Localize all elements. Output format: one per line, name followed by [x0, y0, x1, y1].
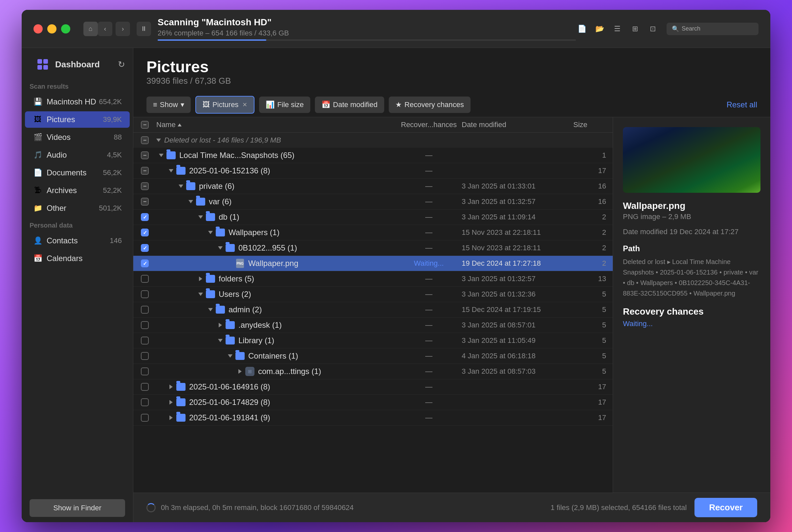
- home-button[interactable]: ⌂: [83, 22, 98, 36]
- pictures-filter-label: Pictures: [212, 100, 238, 109]
- table-row[interactable]: 2025-01-06-164916 (8) — 17: [133, 379, 613, 395]
- date-modified-filter-button[interactable]: 📅 Date modified: [315, 97, 384, 113]
- search-box[interactable]: 🔍 Search: [667, 23, 758, 35]
- header-check[interactable]: [133, 121, 156, 129]
- pictures-filter-close[interactable]: ✕: [242, 101, 247, 108]
- list-view-icon[interactable]: ☰: [612, 23, 623, 35]
- row-checkbox-6[interactable]: [133, 244, 156, 252]
- table-row[interactable]: Local Time Mac...Snapshots (65) — 1: [133, 148, 613, 163]
- recover-button[interactable]: Recover: [694, 498, 757, 517]
- row-checkbox-1[interactable]: [133, 167, 156, 175]
- sidebar-item-documents[interactable]: 📄 Documents 56,2K: [25, 165, 130, 181]
- row-checkbox-3[interactable]: [133, 198, 156, 206]
- expand-icon-10[interactable]: [206, 308, 215, 311]
- group-select-checkbox[interactable]: [141, 136, 149, 144]
- expand-icon-15[interactable]: [166, 384, 176, 389]
- table-row[interactable]: .anydesk (1) — 3 Jan 2025 at 08:57:01 5: [133, 318, 613, 333]
- expand-icon-12[interactable]: [215, 339, 225, 342]
- row-size-15: 17: [573, 383, 613, 391]
- row-checkbox-0[interactable]: [133, 151, 156, 159]
- search-input[interactable]: Search: [682, 25, 700, 32]
- sidebar-item-archives[interactable]: 🗜 Archives 52,2K: [25, 182, 130, 199]
- row-checkbox-7[interactable]: [133, 260, 156, 267]
- table-row[interactable]: 0B1022...955 (1) — 15 Nov 2023 at 22:18:…: [133, 241, 613, 256]
- show-filter-button[interactable]: ≡ Show ▾: [147, 97, 191, 113]
- folder-icon-btn[interactable]: 📂: [594, 23, 605, 35]
- table-row[interactable]: 2025-01-06-174829 (8) — 17: [133, 395, 613, 410]
- grid-view-icon[interactable]: ⊞: [629, 23, 641, 35]
- recovery-chances-filter-button[interactable]: ★ Recovery chances: [389, 97, 470, 113]
- row-checkbox-13[interactable]: [133, 352, 156, 360]
- expand-icon-17[interactable]: [166, 415, 176, 420]
- row-checkbox-11[interactable]: [133, 321, 156, 329]
- row-date-10: 15 Dec 2024 at 17:19:15: [462, 305, 573, 314]
- expand-icon-4[interactable]: [196, 215, 206, 219]
- row-checkbox-9[interactable]: [133, 290, 156, 298]
- file-size-filter-button[interactable]: 📊 File size: [259, 97, 310, 113]
- expand-icon-3[interactable]: [186, 200, 196, 203]
- expand-icon-2[interactable]: [176, 185, 186, 188]
- expand-icon-1[interactable]: [166, 169, 176, 172]
- row-checkbox-15[interactable]: [133, 383, 156, 391]
- row-name-5: Wallpapers (1): [229, 228, 396, 237]
- row-checkbox-8[interactable]: [133, 275, 156, 283]
- expand-icon-11[interactable]: [215, 323, 225, 327]
- expand-icon-9[interactable]: [196, 292, 206, 296]
- table-row[interactable]: 2025-01-06-191841 (9) — 17: [133, 410, 613, 425]
- table-row[interactable]: db (1) — 3 Jan 2025 at 11:09:14 2: [133, 210, 613, 225]
- column-name[interactable]: Name: [156, 120, 396, 129]
- row-checkbox-14[interactable]: [133, 367, 156, 375]
- table-row[interactable]: Library (1) — 3 Jan 2025 at 11:05:49 5: [133, 333, 613, 348]
- row-checkbox-16[interactable]: [133, 398, 156, 406]
- table-row[interactable]: folders (5) — 3 Jan 2025 at 01:32:57 13: [133, 271, 613, 287]
- forward-button[interactable]: ›: [116, 22, 130, 36]
- expand-icon-0[interactable]: [156, 154, 166, 157]
- table-row[interactable]: admin (2) — 15 Dec 2024 at 17:19:15 5: [133, 302, 613, 318]
- row-name-9: Users (2): [219, 290, 396, 299]
- expand-icon-14[interactable]: [235, 369, 245, 374]
- row-size-6: 2: [573, 244, 613, 252]
- minimize-button[interactable]: [47, 24, 57, 34]
- split-view-icon[interactable]: ⊡: [647, 23, 659, 35]
- detail-panel: Wallpaper.png PNG image – 2,9 MB Date mo…: [613, 117, 770, 493]
- table-row[interactable]: Users (2) — 3 Jan 2025 at 01:32:36 5: [133, 287, 613, 302]
- pictures-filter-button[interactable]: 🖼 Pictures ✕: [195, 96, 254, 114]
- select-all-checkbox[interactable]: [141, 121, 149, 129]
- back-button[interactable]: ‹: [98, 22, 112, 36]
- row-checkbox-2[interactable]: [133, 182, 156, 190]
- fullscreen-button[interactable]: [61, 24, 70, 34]
- expand-icon-6[interactable]: [215, 246, 225, 250]
- table-row[interactable]: 2025-01-06-152136 (8) — 17: [133, 163, 613, 179]
- new-file-icon[interactable]: 📄: [576, 23, 588, 35]
- expand-icon-13[interactable]: [225, 354, 235, 358]
- sidebar-item-videos[interactable]: 🎬 Videos 88: [25, 129, 130, 146]
- expand-icon-8[interactable]: [196, 277, 206, 281]
- table-row[interactable]: Containers (1) — 4 Jan 2025 at 06:18:18 …: [133, 348, 613, 364]
- table-row[interactable]: var (6) — 3 Jan 2025 at 01:32:57 16: [133, 194, 613, 210]
- sidebar-item-calendars[interactable]: 📅 Calendars: [25, 250, 130, 267]
- row-checkbox-4[interactable]: [133, 213, 156, 221]
- show-in-finder-button[interactable]: Show in Finder: [30, 499, 125, 517]
- sidebar-item-contacts[interactable]: 👤 Contacts 146: [25, 232, 130, 249]
- group-expand-icon[interactable]: [156, 138, 161, 142]
- sidebar-item-other[interactable]: 📁 Other 501,2K: [25, 200, 130, 216]
- sidebar-item-macintosh-hd[interactable]: 💾 Macintosh HD 654,2K: [25, 94, 130, 110]
- sidebar-item-audio[interactable]: 🎵 Audio 4,5K: [25, 147, 130, 163]
- close-button[interactable]: [34, 24, 43, 34]
- table-row[interactable]: private (6) — 3 Jan 2025 at 01:33:01 16: [133, 179, 613, 194]
- row-checkbox-12[interactable]: [133, 337, 156, 344]
- row-checkbox-5[interactable]: [133, 229, 156, 236]
- table-row[interactable]: PNG Wallpaper.png Waiting... 19 Dec 2024…: [133, 256, 613, 271]
- file-tree[interactable]: Name Recover...hances Date modified Size: [133, 117, 613, 493]
- reset-all-button[interactable]: Reset all: [727, 100, 757, 109]
- pause-button[interactable]: ⏸: [137, 22, 151, 36]
- group-check[interactable]: [133, 136, 156, 144]
- sidebar-item-dashboard[interactable]: Dashboard: [30, 56, 108, 73]
- sidebar-item-pictures[interactable]: 🖼 Pictures 39,9K: [25, 111, 130, 128]
- expand-icon-16[interactable]: [166, 400, 176, 404]
- table-row[interactable]: Wallpapers (1) — 15 Nov 2023 at 22:18:11…: [133, 225, 613, 241]
- row-checkbox-10[interactable]: [133, 306, 156, 314]
- table-row[interactable]: ⊞ com.ap...ttings (1) — 3 Jan 2025 at 08…: [133, 364, 613, 379]
- row-checkbox-17[interactable]: [133, 414, 156, 422]
- expand-icon-5[interactable]: [206, 231, 215, 234]
